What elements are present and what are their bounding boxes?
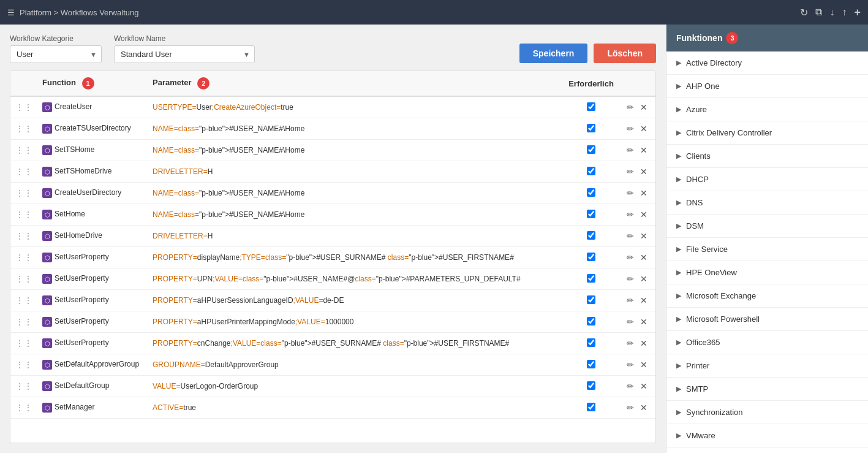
table-row: ⋮⋮SetHomeDriveDRIVELETTER=H ✏ ✕ [10, 226, 655, 247]
param-cell: NAME=class="p-blue">#USER_NAME#\Home [148, 140, 564, 161]
sidebar-item[interactable]: ▶DSM [666, 215, 868, 238]
refresh-icon[interactable]: ↻ [800, 7, 808, 18]
drag-handle[interactable]: ⋮⋮ [15, 274, 32, 284]
row-delete-button[interactable]: ✕ [638, 359, 649, 371]
sidebar-item[interactable]: ▶AHP One [666, 75, 868, 98]
sidebar-item[interactable]: ▶Citrix Delivery Controller [666, 121, 868, 145]
drag-handle[interactable]: ⋮⋮ [15, 403, 32, 413]
sidebar-item[interactable]: ▶Clients [666, 145, 868, 168]
row-delete-button[interactable]: ✕ [638, 294, 649, 306]
sidebar-item[interactable]: ▶Azure [666, 98, 868, 121]
drag-handle[interactable]: ⋮⋮ [15, 295, 32, 305]
drag-handle[interactable]: ⋮⋮ [15, 210, 32, 219]
drag-handle[interactable]: ⋮⋮ [15, 360, 32, 370]
sidebar-item[interactable]: ▶DHCP [666, 168, 868, 191]
sidebar-item[interactable]: ▶HPE OneView [666, 261, 868, 284]
sidebar-item[interactable]: ▶SMTP [666, 378, 868, 401]
required-checkbox[interactable] [587, 210, 595, 218]
delete-button[interactable]: Löschen [594, 44, 656, 63]
save-button[interactable]: Speichern [519, 44, 588, 63]
action-cell: ✏ ✕ [619, 96, 655, 118]
drag-handle[interactable]: ⋮⋮ [15, 317, 32, 327]
edit-button[interactable]: ✏ [625, 166, 636, 178]
row-delete-button[interactable]: ✕ [638, 187, 649, 199]
edit-button[interactable]: ✏ [625, 251, 636, 264]
row-delete-button[interactable]: ✕ [638, 208, 649, 221]
row-delete-button[interactable]: ✕ [638, 144, 649, 156]
hamburger-icon[interactable]: ☰ [7, 8, 15, 17]
table-row: ⋮⋮CreateUserUSERTYPE=User;CreateAzureObj… [10, 96, 655, 118]
sidebar-item[interactable]: ▶Active Directory [666, 51, 868, 75]
edit-button[interactable]: ✏ [625, 230, 636, 242]
drag-handle[interactable]: ⋮⋮ [15, 167, 32, 177]
drag-handle[interactable]: ⋮⋮ [15, 231, 32, 241]
drag-handle[interactable]: ⋮⋮ [15, 124, 32, 134]
edit-button[interactable]: ✏ [625, 316, 636, 328]
kategorie-select-wrapper[interactable]: User ▼ [10, 45, 102, 63]
sidebar-item[interactable]: ▶File Service [666, 238, 868, 261]
required-checkbox[interactable] [587, 145, 595, 154]
required-checkbox[interactable] [587, 360, 595, 368]
required-checkbox[interactable] [587, 231, 595, 240]
required-checkbox[interactable] [587, 295, 595, 304]
sidebar-chevron-icon: ▶ [676, 292, 681, 300]
workflow-name-select-wrapper[interactable]: Standard User ▼ [114, 45, 255, 63]
sidebar-chevron-icon: ▶ [676, 152, 681, 160]
plus-icon[interactable]: + [854, 6, 861, 19]
row-delete-button[interactable]: ✕ [638, 402, 649, 414]
edit-button[interactable]: ✏ [625, 144, 636, 156]
edit-button[interactable]: ✏ [625, 380, 636, 392]
parameter-badge: 2 [197, 77, 209, 89]
row-delete-button[interactable]: ✕ [638, 166, 649, 178]
required-checkbox[interactable] [587, 338, 595, 347]
required-checkbox[interactable] [587, 102, 595, 111]
drag-handle[interactable]: ⋮⋮ [15, 188, 32, 198]
row-delete-button[interactable]: ✕ [638, 337, 649, 349]
sidebar-item[interactable]: ▶Microsoft Powershell [666, 308, 868, 331]
required-checkbox[interactable] [587, 253, 595, 261]
required-checkbox[interactable] [587, 403, 595, 411]
edit-button[interactable]: ✏ [625, 208, 636, 221]
sidebar-item[interactable]: ▶Synchronization [666, 401, 868, 424]
upload-icon[interactable]: ↑ [842, 7, 847, 18]
required-checkbox[interactable] [587, 317, 595, 325]
edit-button[interactable]: ✏ [625, 123, 636, 135]
required-checkbox[interactable] [587, 274, 595, 283]
row-delete-button[interactable]: ✕ [638, 316, 649, 328]
edit-button[interactable]: ✏ [625, 273, 636, 285]
row-delete-button[interactable]: ✕ [638, 123, 649, 135]
row-delete-button[interactable]: ✕ [638, 273, 649, 285]
required-checkbox[interactable] [587, 167, 595, 175]
download-icon[interactable]: ↓ [829, 7, 834, 18]
row-delete-button[interactable]: ✕ [638, 380, 649, 392]
edit-button[interactable]: ✏ [625, 402, 636, 414]
workflow-name-select[interactable]: Standard User [114, 45, 255, 63]
required-checkbox[interactable] [587, 188, 595, 197]
row-delete-button[interactable]: ✕ [638, 101, 649, 113]
drag-handle[interactable]: ⋮⋮ [15, 253, 32, 262]
edit-button[interactable]: ✏ [625, 101, 636, 113]
sidebar-item[interactable]: ▶DNS [666, 191, 868, 215]
edit-button[interactable]: ✏ [625, 359, 636, 371]
copy-icon[interactable]: ⧉ [815, 7, 822, 18]
required-checkbox[interactable] [587, 124, 595, 132]
workflow-table-container: Function 1 Parameter 2 Erforderlich ⋮⋮Cr… [10, 70, 656, 443]
table-row: ⋮⋮SetUserPropertyPROPERTY=aHPUserSession… [10, 290, 655, 311]
row-delete-button[interactable]: ✕ [638, 230, 649, 242]
edit-button[interactable]: ✏ [625, 187, 636, 199]
sidebar-item[interactable]: ▶VMware [666, 424, 868, 447]
drag-handle[interactable]: ⋮⋮ [15, 338, 32, 348]
drag-handle[interactable]: ⋮⋮ [15, 102, 32, 112]
sidebar-item[interactable]: ▶Microsoft Exchange [666, 284, 868, 308]
param-text: DRIVELETTER=H [153, 167, 213, 176]
param-text: DRIVELETTER=H [153, 232, 213, 240]
edit-button[interactable]: ✏ [625, 337, 636, 349]
sidebar-item[interactable]: ▶Office365 [666, 331, 868, 354]
edit-button[interactable]: ✏ [625, 294, 636, 306]
kategorie-select[interactable]: User [10, 45, 102, 63]
required-checkbox[interactable] [587, 381, 595, 390]
drag-handle[interactable]: ⋮⋮ [15, 145, 32, 155]
row-delete-button[interactable]: ✕ [638, 251, 649, 264]
sidebar-item[interactable]: ▶Printer [666, 354, 868, 378]
drag-handle[interactable]: ⋮⋮ [15, 381, 32, 391]
